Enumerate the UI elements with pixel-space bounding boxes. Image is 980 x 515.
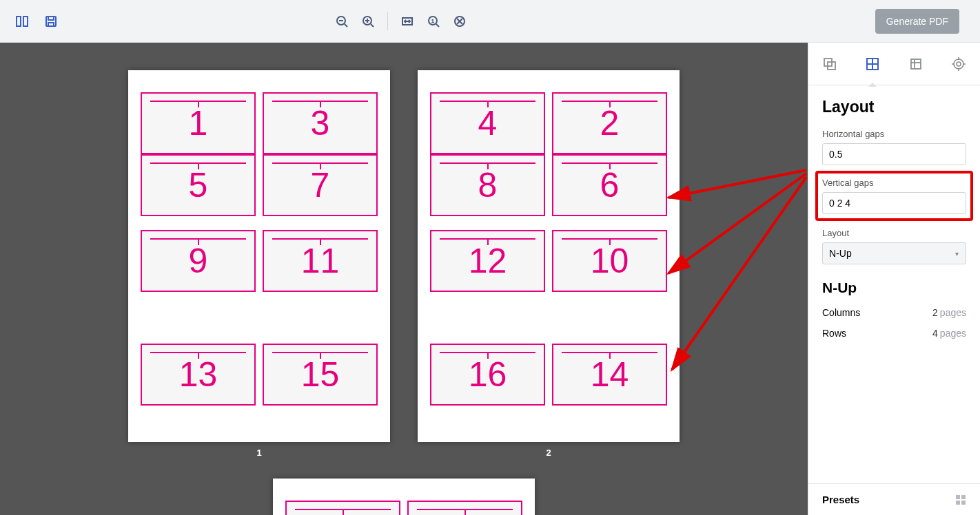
tab-marks-icon[interactable] [946,52,971,76]
toolbar: 1 Generate PDF [0,0,980,43]
columns-label: Columns [822,307,860,318]
chevron-down-icon: ▾ [955,250,959,258]
imposition-cell: 1 [141,92,256,154]
imposition-row: 57 [141,154,378,216]
hgap-label: Horizontal gaps [822,129,966,139]
vgap-label: Vertical gaps [822,178,966,188]
preview-canvas[interactable]: 1357911131514286121016142171920183 [0,43,808,515]
fit-width-icon[interactable] [398,12,417,31]
generate-pdf-button[interactable]: Generate PDF [875,9,959,34]
hgap-input[interactable] [822,143,966,165]
imposition-row: 1210 [430,230,667,292]
imposition-cell: 10 [552,230,667,292]
cell-number: 8 [478,165,498,205]
svg-line-20 [668,170,806,198]
svg-rect-40 [961,501,966,505]
cell-number: 1 [189,103,208,143]
cell-number: 12 [469,241,507,281]
imposition-cell: 12 [430,230,545,292]
rows-row: Rows 4pages [822,328,966,339]
imposition-cell: 3 [263,92,378,154]
vgap-input[interactable] [822,192,966,214]
zoom-in-icon[interactable] [358,12,378,31]
imposition-cell: 2 [552,92,667,154]
page-number: 2 [546,448,551,458]
cell-number: 17 [324,512,363,515]
cell-number: 6 [600,165,620,205]
imposition-cell: 11 [263,230,378,292]
presets-footer[interactable]: Presets [808,483,980,515]
cell-number: 3 [311,103,330,143]
imposition-cell: 17 [285,501,400,515]
zoom-reset-icon[interactable] [450,12,469,31]
layout-select-value: N-Up [829,248,852,259]
imposition-row: 1315 [141,344,378,406]
rows-unit: pages [940,328,966,339]
layout-select-label: Layout [822,228,966,238]
layout-select[interactable]: N-Up ▾ [822,242,966,264]
svg-rect-28 [911,59,921,69]
svg-line-21 [668,174,806,273]
cell-number: 9 [189,241,208,281]
sheet: 171920183 [273,479,535,515]
layout-heading: Layout [822,98,966,116]
columns-row: Columns 2pages [822,307,966,318]
svg-rect-1 [23,17,28,26]
cell-number: 19 [446,512,484,515]
cell-number: 13 [179,355,218,395]
svg-line-22 [672,177,806,370]
imposition-row: 42 [430,92,667,154]
save-icon[interactable] [41,12,61,31]
imposition-cell: 15 [263,344,378,406]
cell-number: 4 [478,103,498,143]
svg-rect-39 [956,501,960,505]
tab-layout-icon[interactable] [860,52,885,76]
split-columns-icon[interactable] [12,12,32,31]
sheet: 4286121016142 [418,70,680,458]
imposition-row: 86 [430,154,667,216]
zoom-out-icon[interactable] [332,12,351,31]
svg-rect-3 [48,17,54,20]
imposition-row: 1614 [430,344,667,406]
zoom-actual-icon[interactable]: 1 [424,12,443,31]
imposition-row: 911 [141,230,378,292]
imposition-cell: 6 [552,154,667,216]
imposition-cell: 16 [430,344,545,406]
annotation-arrows [0,43,808,515]
svg-rect-0 [17,17,21,26]
svg-point-31 [954,59,963,69]
tab-sheet-icon[interactable] [904,52,928,76]
rows-label: Rows [822,328,846,339]
imposition-cell: 9 [141,230,256,292]
imposition-cell: 13 [141,344,256,406]
imposition-cell: 4 [430,92,545,154]
imposition-cell: 5 [141,154,256,216]
imposition-row: 1719 [285,501,522,515]
svg-rect-4 [48,23,54,26]
cell-number: 11 [301,241,340,281]
columns-value: 2 [932,307,938,318]
svg-rect-37 [956,495,960,499]
sheet: 135791113151 [128,70,390,458]
presets-grid-icon [955,494,966,505]
cell-number: 10 [591,241,629,281]
svg-line-6 [345,24,347,27]
columns-unit: pages [940,307,966,318]
imposition-row: 13 [141,92,378,154]
presets-label: Presets [822,494,859,505]
tab-pages-icon[interactable] [817,52,842,76]
rows-value: 4 [932,328,938,339]
imposition-cell: 19 [407,501,522,515]
nup-heading: N-Up [822,280,966,296]
separator [387,12,388,30]
side-panel-tabs [808,43,980,85]
page-number: 1 [256,448,261,458]
svg-line-15 [436,24,439,27]
cell-number: 2 [600,103,620,143]
vgap-highlight-box: Vertical gaps [815,171,973,221]
side-panel: Layout Horizontal gaps Vertical gaps Lay… [808,43,980,515]
imposition-cell: 8 [430,154,545,216]
svg-text:1: 1 [431,19,434,23]
cell-number: 15 [301,355,340,395]
cell-number: 5 [189,165,208,205]
